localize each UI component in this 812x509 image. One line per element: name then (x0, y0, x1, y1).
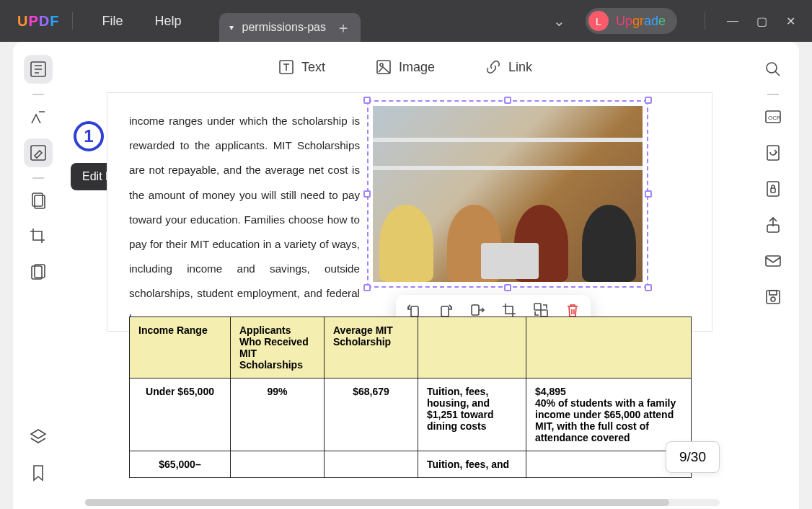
svg-rect-26 (472, 305, 479, 315)
pdf-page[interactable]: income ranges under which the scholarshi… (107, 92, 712, 332)
protect-icon[interactable] (759, 174, 787, 203)
cell-col5: $4,895 40% of students with a family inc… (526, 379, 692, 451)
scrollbar-thumb[interactable] (85, 499, 669, 506)
help-menu[interactable]: Help (138, 14, 197, 29)
save-icon[interactable] (759, 283, 787, 311)
cell-col4: Tuition, fees, and (418, 451, 526, 478)
link-tool-label: Link (508, 60, 532, 75)
text-tool-label: Text (301, 60, 325, 75)
col-avg: Average MIT Scholarship (325, 317, 418, 379)
resize-handle[interactable] (363, 97, 371, 104)
table-row[interactable]: Under $65,000 99% $68,679 Tuition, fees,… (130, 379, 692, 451)
search-icon[interactable] (759, 55, 787, 84)
replace-icon[interactable] (533, 302, 549, 318)
col-hidden-1 (418, 317, 526, 379)
document-canvas[interactable]: income ranges under which the scholarshi… (85, 92, 727, 509)
selected-image[interactable] (367, 100, 648, 288)
cell-col4: Tuition, fees, housing, and $1,251 towar… (418, 379, 526, 451)
rotate-right-icon[interactable] (438, 302, 454, 318)
col-hidden-2 (526, 317, 692, 379)
cell-applicants (231, 451, 325, 478)
document-tab[interactable]: ▾ permissions-pas ＋ (219, 13, 361, 42)
ocr-icon[interactable]: OCR (759, 102, 787, 131)
paragraph-text[interactable]: income ranges under which the scholarshi… (129, 109, 360, 331)
svg-rect-14 (767, 182, 779, 196)
svg-rect-15 (771, 188, 775, 192)
table-header-row: Income Range Applicants Who Received MIT… (130, 317, 692, 379)
image-tool-label: Image (399, 60, 435, 75)
page-indicator[interactable]: 9/30 (666, 441, 720, 473)
svg-point-9 (767, 63, 777, 73)
maximize-icon[interactable]: ▢ (747, 14, 776, 28)
col-income-range: Income Range (130, 317, 231, 379)
svg-point-23 (380, 63, 383, 66)
cell-avg: $68,679 (325, 379, 418, 451)
crop-image-icon[interactable] (501, 302, 517, 318)
tabs-overflow-icon[interactable]: ⌄ (553, 12, 565, 30)
scholarship-table[interactable]: Income Range Applicants Who Received MIT… (129, 317, 692, 478)
layers-icon[interactable] (24, 422, 53, 451)
delete-icon[interactable] (565, 302, 581, 318)
svg-rect-25 (441, 306, 449, 317)
app-logo: UPDF (17, 13, 59, 30)
tab-title: permissions-pas (242, 21, 326, 34)
horizontal-scrollbar[interactable] (85, 499, 720, 506)
cell-applicants: 99% (231, 379, 325, 451)
file-menu[interactable]: File (86, 14, 138, 29)
title-bar: UPDF File Help ▾ permissions-pas ＋ ⌄ L U… (0, 0, 812, 42)
resize-handle[interactable] (645, 284, 652, 291)
edit-icon[interactable] (24, 138, 53, 167)
cell-range: Under $65,000 (130, 379, 231, 451)
page-tool-icon[interactable] (24, 258, 53, 287)
svg-point-20 (771, 297, 775, 301)
resize-handle[interactable] (363, 284, 371, 291)
edit-toolbar: Text Image Link (63, 42, 747, 92)
svg-rect-24 (411, 306, 418, 317)
close-icon[interactable]: ✕ (776, 14, 805, 28)
left-rail (13, 42, 63, 509)
svg-rect-13 (767, 146, 779, 160)
app-body: OCR Text Image Link Ed (13, 42, 799, 509)
rotate-left-icon[interactable] (406, 302, 422, 318)
cell-range: $65,000– (130, 451, 231, 478)
comment-icon[interactable] (24, 102, 53, 131)
share-icon[interactable] (759, 211, 787, 239)
email-icon[interactable] (759, 247, 787, 275)
bookmark-icon[interactable] (24, 459, 53, 487)
svg-rect-17 (766, 256, 780, 266)
svg-text:OCR: OCR (768, 115, 781, 121)
image-content (373, 106, 643, 282)
svg-rect-27 (534, 304, 541, 310)
extract-icon[interactable] (469, 302, 485, 318)
svg-line-10 (775, 71, 780, 76)
avatar: L (588, 11, 609, 31)
right-rail: OCR (747, 42, 799, 509)
col-applicants: Applicants Who Received MIT Scholarships (231, 317, 325, 379)
text-tool[interactable]: Text (278, 59, 325, 75)
svg-rect-19 (769, 291, 777, 295)
organize-icon[interactable] (24, 186, 53, 215)
upgrade-button[interactable]: L Upgrade (586, 8, 677, 34)
resize-handle[interactable] (504, 97, 511, 104)
new-tab-icon[interactable]: ＋ (336, 18, 350, 37)
reader-icon[interactable] (24, 55, 53, 84)
convert-icon[interactable] (759, 138, 787, 167)
table-row[interactable]: $65,000– Tuition, fees, and (130, 451, 692, 478)
link-tool[interactable]: Link (485, 59, 532, 75)
resize-handle[interactable] (645, 97, 652, 104)
cell-avg (325, 451, 418, 478)
svg-rect-28 (541, 310, 547, 317)
tab-dropdown-icon[interactable]: ▾ (229, 22, 234, 32)
resize-handle[interactable] (363, 190, 371, 198)
crop-icon[interactable] (24, 222, 53, 251)
image-tool[interactable]: Image (376, 59, 435, 75)
minimize-icon[interactable]: — (718, 14, 747, 27)
resize-handle[interactable] (645, 190, 652, 198)
resize-handle[interactable] (504, 284, 511, 291)
